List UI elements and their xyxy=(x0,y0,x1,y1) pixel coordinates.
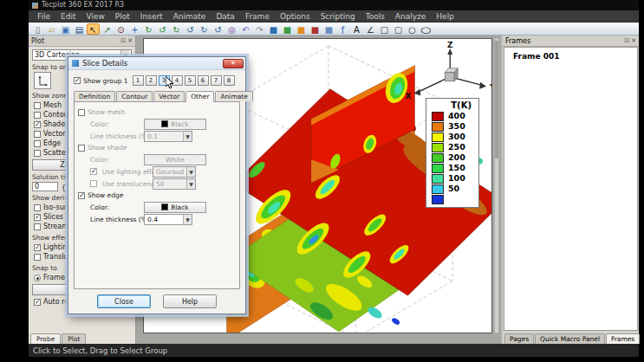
snap-to-option-label: Frame xyxy=(43,274,65,281)
menu-bar: FileEditViewPlotInsertAnimateDataFrameOp… xyxy=(29,10,639,23)
rotate-rollerball-icon[interactable]: ↺ xyxy=(156,23,169,35)
edge-color-button[interactable]: Black xyxy=(144,202,206,213)
zoom-tool-icon[interactable]: ⊙ xyxy=(114,23,127,35)
shade-color-button[interactable]: White xyxy=(144,154,206,165)
mesh-thickness-label: Line thickness (%): xyxy=(90,133,144,140)
dialog-tab[interactable]: Animate xyxy=(215,91,252,101)
rotate-x-icon[interactable]: ↺ xyxy=(184,23,197,35)
orientation-axis-button[interactable] xyxy=(34,72,51,89)
close-button[interactable]: ✕ xyxy=(223,59,244,68)
group-number-button[interactable]: 6 xyxy=(198,75,209,86)
rotate-z-icon[interactable]: ↺ xyxy=(211,23,224,35)
group-number-button[interactable]: 7 xyxy=(211,75,222,86)
close-dialog-button[interactable]: Close xyxy=(97,294,151,308)
legend-color-swatch xyxy=(432,174,444,184)
show-mesh-checkbox[interactable]: Show mesh xyxy=(78,107,236,118)
ellipse-tool-icon[interactable]: ○ xyxy=(417,23,436,35)
dialog-tab[interactable]: Other xyxy=(185,91,214,102)
chart-contour-icon[interactable]: ■ xyxy=(309,23,322,35)
sidebar-tab[interactable]: Plot xyxy=(62,333,86,344)
app-window: Tecplot 360 EX 2017 R3 FileEditViewPlotI… xyxy=(29,0,639,357)
text-tool-icon[interactable]: A xyxy=(350,23,363,35)
rotate-y-icon[interactable]: ↻ xyxy=(198,23,211,35)
legend-entry: 150 xyxy=(432,163,478,173)
chart-polar-icon[interactable]: ■ xyxy=(281,23,294,35)
rotate-sphere-icon[interactable]: ↻ xyxy=(142,23,155,35)
show-shade-checkbox[interactable]: Show shade xyxy=(78,142,236,153)
dock-icon[interactable]: ⊡ xyxy=(624,37,629,45)
menu-item[interactable]: Analyze xyxy=(390,10,431,23)
open-folder-icon[interactable]: ▱ xyxy=(45,23,58,35)
dialog-tab[interactable]: Definition xyxy=(74,91,115,101)
zone-layer-label: Mesh xyxy=(43,101,62,109)
menu-item[interactable]: File xyxy=(32,10,55,23)
dialog-tab[interactable]: Contour xyxy=(116,91,153,101)
lighting-combo[interactable]: Gouraud ▼ xyxy=(153,166,196,178)
scrollbar-thumb[interactable] xyxy=(495,41,498,158)
menu-item[interactable]: View xyxy=(81,10,110,23)
solution-time-input[interactable]: 0 xyxy=(32,182,58,191)
frame-list-item[interactable]: Frame 001 xyxy=(504,48,637,61)
panel-tab[interactable]: Frames xyxy=(606,333,640,344)
show-group-checkbox[interactable] xyxy=(74,77,81,84)
group-number-button[interactable]: 2 xyxy=(146,75,157,86)
menu-item[interactable]: Help xyxy=(431,10,459,23)
dialog-title-bar[interactable]: Slice Details ✕ xyxy=(68,57,245,70)
redo-icon[interactable]: ↷ xyxy=(253,23,266,35)
menu-item[interactable]: Plot xyxy=(110,10,135,23)
help-button[interactable]: Help xyxy=(163,294,217,308)
menu-item[interactable]: Edit xyxy=(55,10,81,23)
use-translucency-checkbox[interactable]: Use translucency: 50 ▼ xyxy=(90,178,236,190)
chart-3d-icon[interactable]: ■ xyxy=(295,23,308,35)
probe-tool-icon[interactable]: ◎ xyxy=(225,23,238,35)
menu-item[interactable]: Scripting xyxy=(315,10,361,23)
dock-icon[interactable]: ⊡ xyxy=(120,37,126,45)
panel-tab[interactable]: Quick Macro Panel xyxy=(535,333,605,344)
group-number-button[interactable]: 1 xyxy=(133,75,144,86)
show-group-label: Show group 1 xyxy=(83,77,128,85)
group-number-button[interactable]: 5 xyxy=(185,75,196,86)
menu-item[interactable]: Frame xyxy=(240,10,275,23)
translate-tool-icon[interactable]: + xyxy=(128,23,141,35)
mesh-color-button[interactable]: Black xyxy=(144,119,206,130)
checkbox-icon xyxy=(34,140,41,147)
menu-item[interactable]: Insert xyxy=(135,10,168,23)
show-group-row: Show group 1 12345678 xyxy=(74,74,240,87)
polyline-tool-icon[interactable]: ∠ xyxy=(364,23,377,35)
show-edge-checkbox[interactable]: Show edge xyxy=(78,190,236,201)
adjust-tool-icon[interactable]: ↗ xyxy=(101,23,114,35)
dialog-tab[interactable]: Vector xyxy=(153,91,185,101)
function-icon[interactable]: ƒ xyxy=(336,23,349,35)
frames-panel-tabs: PagesQuick Macro PanelFrames xyxy=(503,331,639,344)
checkbox-icon xyxy=(34,112,41,119)
chart-slice-icon[interactable]: ■ xyxy=(322,23,335,35)
legend-entry: 350 xyxy=(432,121,478,132)
mesh-thickness-combo[interactable]: 0.1 ▼ xyxy=(144,131,192,142)
new-file-icon[interactable]: ▯ xyxy=(31,23,44,35)
chart-xy-icon[interactable]: ■ xyxy=(267,23,280,35)
rotate-twist-icon[interactable]: ↻ xyxy=(170,23,183,35)
rounded-rect-tool-icon[interactable]: ▢ xyxy=(392,23,405,35)
undo-icon[interactable]: ↶ xyxy=(239,23,252,35)
save-layout-icon[interactable]: ▤ xyxy=(73,23,86,35)
chevron-down-icon: ▼ xyxy=(183,132,192,141)
save-icon[interactable]: ▣ xyxy=(59,23,72,35)
checkbox-icon xyxy=(78,145,85,152)
translucency-combo[interactable]: 50 ▼ xyxy=(153,178,196,190)
use-lighting-checkbox[interactable]: Use lighting effect: Gouraud ▼ xyxy=(90,165,236,178)
panel-tab[interactable]: Pages xyxy=(504,333,534,344)
close-icon[interactable]: ✕ xyxy=(127,37,133,45)
menu-item[interactable]: Animate xyxy=(168,10,211,23)
checkbox-icon xyxy=(34,131,41,138)
edge-thickness-combo[interactable]: 0.4 ▼ xyxy=(144,214,192,225)
menu-item[interactable]: Options xyxy=(275,10,315,23)
select-tool-icon[interactable]: ↖ xyxy=(87,23,100,35)
vertical-scrollbar[interactable] xyxy=(494,38,499,333)
close-icon[interactable]: ✕ xyxy=(631,37,636,45)
rectangle-tool-icon[interactable]: □ xyxy=(378,23,391,35)
group-number-button[interactable]: 8 xyxy=(224,75,235,86)
menu-item[interactable]: Tools xyxy=(361,10,390,23)
checkbox-icon xyxy=(34,244,41,251)
menu-item[interactable]: Data xyxy=(211,10,240,23)
sidebar-tab[interactable]: Probe xyxy=(30,333,61,344)
